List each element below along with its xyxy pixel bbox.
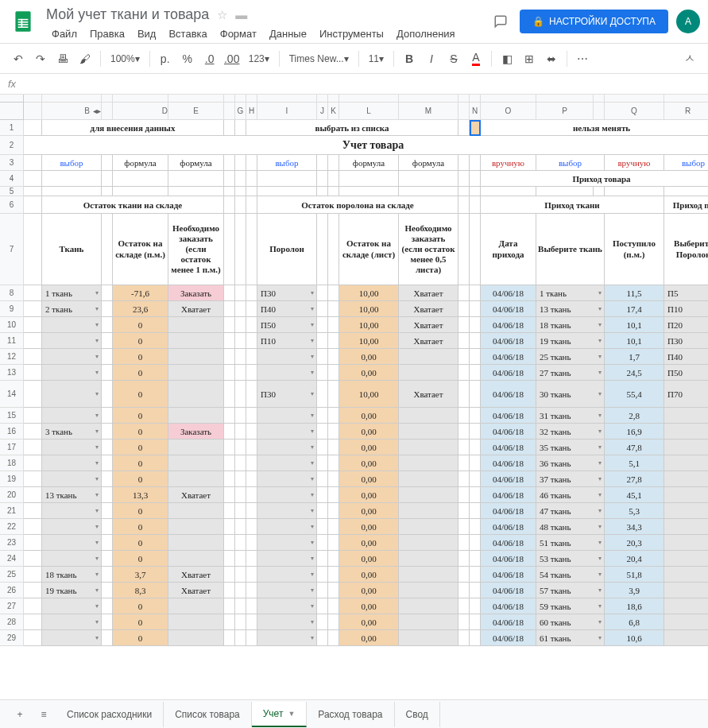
arrival-date-20[interactable]: 04/06/18 bbox=[481, 487, 536, 503]
foam-select-17[interactable] bbox=[257, 440, 317, 455]
arrival-date-26[interactable]: 04/06/18 bbox=[481, 583, 536, 598]
collapse-toolbar-icon[interactable]: ㅅ bbox=[679, 48, 700, 69]
arrival-date-9[interactable]: 04/06/18 bbox=[481, 301, 536, 317]
fabric-select-26[interactable]: 19 ткань bbox=[42, 583, 102, 598]
arrival-foam-24[interactable] bbox=[664, 551, 708, 567]
redo-icon[interactable]: ↷ bbox=[30, 48, 51, 69]
arrival-qty-11[interactable]: 10,1 bbox=[605, 333, 664, 349]
foam-select-29[interactable] bbox=[257, 630, 317, 646]
foam-select-23[interactable] bbox=[257, 535, 317, 551]
arrival-date-13[interactable]: 04/06/18 bbox=[481, 365, 536, 381]
arrival-qty-25[interactable]: 51,8 bbox=[605, 567, 664, 583]
row-header-14[interactable]: 14 bbox=[0, 381, 24, 408]
fabric-select-13[interactable] bbox=[42, 365, 102, 381]
fabric-select-10[interactable] bbox=[42, 317, 102, 333]
arrival-qty-10[interactable]: 10,1 bbox=[605, 317, 664, 333]
foam-select-13[interactable] bbox=[257, 365, 317, 381]
arrival-fabric-13[interactable]: 27 ткань bbox=[536, 365, 605, 381]
row-header-6[interactable]: 6 bbox=[0, 196, 24, 214]
arrival-foam-13[interactable]: П50 bbox=[664, 365, 708, 381]
currency-icon[interactable]: р. bbox=[155, 48, 176, 69]
arrival-date-23[interactable]: 04/06/18 bbox=[481, 535, 536, 551]
text-color-icon[interactable]: A bbox=[466, 48, 486, 69]
tab-Учет[interactable]: Учет▼ bbox=[252, 702, 308, 727]
arrival-fabric-26[interactable]: 57 ткань bbox=[536, 583, 605, 598]
arrival-qty-28[interactable]: 6,8 bbox=[605, 614, 664, 630]
arrival-foam-21[interactable] bbox=[664, 503, 708, 519]
arrival-foam-29[interactable] bbox=[664, 630, 708, 646]
bold-icon[interactable]: B bbox=[399, 48, 420, 69]
arrival-fabric-11[interactable]: 19 ткань bbox=[536, 333, 605, 349]
row-header-17[interactable]: 17 bbox=[0, 440, 24, 455]
arrival-foam-26[interactable] bbox=[664, 583, 708, 598]
paint-format-icon[interactable]: 🖌 bbox=[75, 48, 95, 69]
arrival-qty-27[interactable]: 18,6 bbox=[605, 598, 664, 614]
arrival-qty-20[interactable]: 45,1 bbox=[605, 487, 664, 503]
menu-Данные[interactable]: Данные bbox=[264, 25, 312, 43]
share-button[interactable]: 🔒 НАСТРОЙКИ ДОСТУПА bbox=[520, 10, 668, 33]
fabric-select-15[interactable] bbox=[42, 408, 102, 424]
tab-Расход товара[interactable]: Расход товара bbox=[307, 702, 394, 727]
foam-select-19[interactable] bbox=[257, 471, 317, 487]
fabric-select-16[interactable]: 3 ткань bbox=[42, 424, 102, 440]
doc-title[interactable]: Мой учет ткани и товара bbox=[46, 6, 209, 23]
row-header-20[interactable]: 20 bbox=[0, 487, 24, 503]
arrival-qty-22[interactable]: 34,3 bbox=[605, 519, 664, 535]
arrival-fabric-15[interactable]: 31 ткань bbox=[536, 408, 605, 424]
arrival-date-10[interactable]: 04/06/18 bbox=[481, 317, 536, 333]
col-header-H[interactable]: H bbox=[246, 103, 257, 120]
dec-increase-icon[interactable]: .00 bbox=[222, 48, 242, 69]
arrival-foam-8[interactable]: П5 bbox=[664, 285, 708, 301]
arrival-foam-23[interactable] bbox=[664, 535, 708, 551]
borders-icon[interactable]: ⊞ bbox=[519, 48, 540, 69]
arrival-date-25[interactable]: 04/06/18 bbox=[481, 567, 536, 583]
arrival-fabric-23[interactable]: 51 ткань bbox=[536, 535, 605, 551]
foam-select-9[interactable]: П40 bbox=[257, 301, 317, 317]
arrival-fabric-18[interactable]: 36 ткань bbox=[536, 455, 605, 471]
arrival-date-17[interactable]: 04/06/18 bbox=[481, 440, 536, 455]
arrival-qty-23[interactable]: 20,3 bbox=[605, 535, 664, 551]
arrival-qty-29[interactable]: 10,6 bbox=[605, 630, 664, 646]
fabric-select-11[interactable] bbox=[42, 333, 102, 349]
arrival-qty-17[interactable]: 47,8 bbox=[605, 440, 664, 455]
arrival-foam-19[interactable] bbox=[664, 471, 708, 487]
col-header-B[interactable]: B ◂▸ bbox=[42, 103, 102, 120]
comments-icon[interactable] bbox=[489, 10, 512, 33]
print-icon[interactable]: 🖶 bbox=[52, 48, 73, 69]
row-header-9[interactable]: 9 bbox=[0, 301, 24, 317]
sheets-logo[interactable] bbox=[8, 6, 38, 37]
row-header-12[interactable]: 12 bbox=[0, 349, 24, 365]
fabric-select-29[interactable] bbox=[42, 630, 102, 646]
foam-select-27[interactable] bbox=[257, 598, 317, 614]
arrival-foam-9[interactable]: П10 bbox=[664, 301, 708, 317]
arrival-date-22[interactable]: 04/06/18 bbox=[481, 519, 536, 535]
italic-icon[interactable]: I bbox=[421, 48, 442, 69]
add-sheet-icon[interactable]: + bbox=[8, 703, 32, 726]
fabric-select-14[interactable] bbox=[42, 381, 102, 408]
arrival-date-12[interactable]: 04/06/18 bbox=[481, 349, 536, 365]
arrival-fabric-22[interactable]: 48 ткань bbox=[536, 519, 605, 535]
arrival-date-27[interactable]: 04/06/18 bbox=[481, 598, 536, 614]
arrival-foam-18[interactable] bbox=[664, 455, 708, 471]
col-header-L[interactable]: L bbox=[339, 103, 399, 120]
row-header-7[interactable]: 7 bbox=[0, 214, 24, 285]
col-header-I[interactable]: I bbox=[257, 103, 317, 120]
row-header-10[interactable]: 10 bbox=[0, 317, 24, 333]
fabric-select-12[interactable] bbox=[42, 349, 102, 365]
merge-icon[interactable]: ⬌ bbox=[541, 48, 562, 69]
arrival-foam-12[interactable]: П40 bbox=[664, 349, 708, 365]
fabric-select-23[interactable] bbox=[42, 535, 102, 551]
arrival-date-14[interactable]: 04/06/18 bbox=[481, 381, 536, 408]
col-header-[interactable] bbox=[224, 103, 235, 120]
foam-select-26[interactable] bbox=[257, 583, 317, 598]
row-header-28[interactable]: 28 bbox=[0, 614, 24, 630]
row-header-13[interactable]: 13 bbox=[0, 365, 24, 381]
percent-icon[interactable]: % bbox=[177, 48, 198, 69]
row-header-25[interactable]: 25 bbox=[0, 567, 24, 583]
arrival-qty-13[interactable]: 24,5 bbox=[605, 365, 664, 381]
arrival-date-19[interactable]: 04/06/18 bbox=[481, 471, 536, 487]
col-header-E[interactable]: E bbox=[168, 103, 224, 120]
menu-Дополнения[interactable]: Дополнения bbox=[391, 25, 461, 43]
arrival-foam-14[interactable]: П70 bbox=[664, 381, 708, 408]
menu-Формат[interactable]: Формат bbox=[215, 25, 262, 43]
